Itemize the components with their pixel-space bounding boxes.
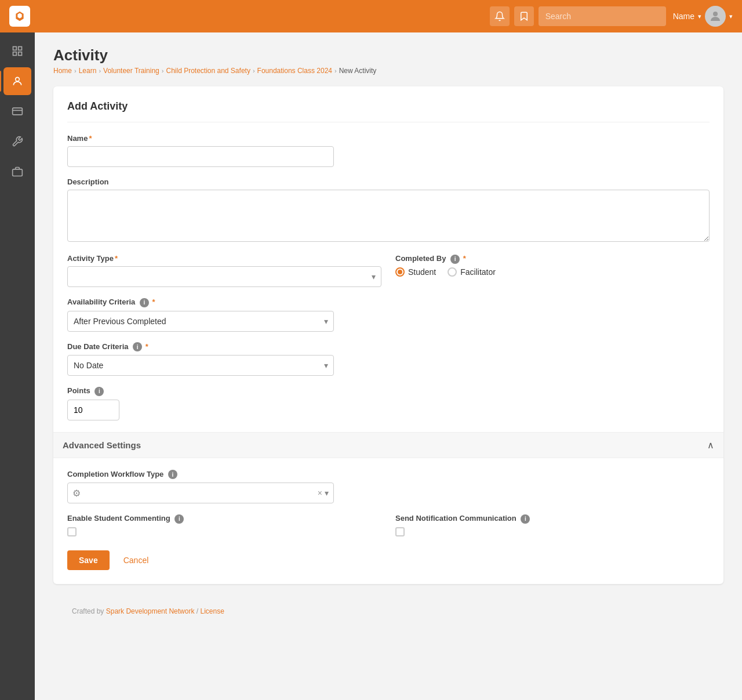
activity-type-col: Activity Type* [67, 254, 381, 298]
due-date-criteria-select[interactable]: No Date Specific Date [67, 355, 334, 376]
radio-facilitator-label: Facilitator [460, 267, 496, 277]
breadcrumb-current: New Activity [339, 67, 377, 75]
workflow-input[interactable] [84, 488, 315, 498]
spark-link[interactable]: Spark Development Network [106, 607, 195, 615]
card-title: Add Activity [67, 100, 710, 122]
send-notification-col: Send Notification Communication i [395, 514, 710, 536]
save-button[interactable]: Save [67, 550, 110, 570]
search-input[interactable] [539, 6, 666, 26]
points-group: Points i [67, 386, 710, 420]
workflow-select-wrapper[interactable]: ⚙ × ▾ [67, 483, 334, 503]
page-footer: Crafted by Spark Development Network / L… [53, 598, 723, 625]
main-content: Activity Home › Learn › Volunteer Traini… [35, 32, 742, 700]
svg-rect-1 [13, 47, 17, 50]
page-title: Activity [53, 46, 723, 64]
availability-criteria-label: Availability Criteria i * [67, 298, 710, 307]
breadcrumb-sep-2: › [99, 67, 101, 74]
sidebar-item-jobs[interactable] [3, 158, 31, 186]
enable-commenting-col: Enable Student Commenting i [67, 514, 381, 536]
svg-point-0 [713, 12, 718, 16]
dropdown-chevron-icon: ▾ [729, 13, 733, 20]
breadcrumb: Home › Learn › Volunteer Training › Chil… [53, 67, 723, 75]
name-label: Name* [67, 134, 710, 143]
due-date-info-icon[interactable]: i [133, 342, 142, 351]
advanced-settings-header[interactable]: Advanced Settings ∧ [53, 432, 723, 458]
availability-info-icon[interactable]: i [140, 298, 149, 307]
points-input[interactable] [67, 400, 119, 420]
add-activity-card: Add Activity Name* Description Activity [53, 86, 723, 584]
send-notification-label: Send Notification Communication i [395, 514, 710, 524]
breadcrumb-sep-1: › [74, 67, 77, 74]
svg-rect-3 [19, 52, 22, 56]
notification-button[interactable] [490, 6, 510, 26]
name-input[interactable] [67, 146, 334, 167]
svg-rect-6 [13, 108, 23, 115]
avatar[interactable] [705, 6, 726, 27]
svg-rect-8 [13, 169, 23, 176]
points-info-icon[interactable]: i [94, 387, 104, 396]
enable-commenting-info-icon[interactable]: i [174, 514, 184, 524]
user-chevron-icon: ▾ [698, 13, 701, 20]
breadcrumb-sep-3: › [162, 67, 164, 74]
sidebar-item-tools[interactable] [3, 128, 31, 155]
enable-commenting-checkbox[interactable] [67, 527, 77, 536]
completed-by-group: Completed By i * Student Facilitato [395, 254, 710, 277]
completion-workflow-group: Completion Workflow Type i ⚙ × ▾ [67, 470, 710, 504]
completed-by-label: Completed By i * [395, 254, 710, 264]
completion-workflow-info-icon[interactable]: i [168, 470, 177, 479]
points-label: Points i [67, 386, 710, 396]
workflow-gear-icon: ⚙ [72, 488, 81, 499]
breadcrumb-sep-5: › [334, 67, 337, 74]
form-buttons: Save Cancel [67, 550, 710, 570]
svg-rect-2 [19, 47, 22, 50]
user-name: Name [673, 12, 694, 21]
cancel-button[interactable]: Cancel [114, 550, 158, 570]
sidebar-item-dashboard[interactable] [3, 37, 31, 65]
workflow-chevron-icon[interactable]: ▾ [325, 488, 329, 498]
checkboxes-row: Enable Student Commenting i Send Notific… [67, 514, 710, 536]
enable-commenting-checkbox-wrapper [67, 527, 381, 536]
due-date-criteria-select-wrapper: No Date Specific Date [67, 355, 334, 376]
availability-criteria-select-wrapper: After Previous Completed Always [67, 311, 334, 332]
completed-by-info-icon[interactable]: i [450, 255, 460, 264]
enable-commenting-label: Enable Student Commenting i [67, 514, 381, 524]
bookmark-button[interactable] [514, 6, 534, 26]
activity-type-label: Activity Type* [67, 254, 381, 263]
breadcrumb-home[interactable]: Home [53, 67, 72, 75]
availability-criteria-group: Availability Criteria i * After Previous… [67, 298, 710, 332]
activity-type-select-wrapper [67, 266, 381, 287]
top-navigation: Name ▾ ▾ [0, 0, 742, 32]
radio-student[interactable]: Student [395, 267, 436, 277]
radio-facilitator[interactable]: Facilitator [448, 267, 496, 277]
workflow-clear-icon[interactable]: × [315, 488, 325, 498]
availability-criteria-select[interactable]: After Previous Completed Always [67, 311, 334, 332]
svg-point-5 [16, 77, 20, 81]
send-notification-checkbox-wrapper [395, 527, 710, 536]
name-group: Name* [67, 134, 710, 167]
activity-type-select[interactable] [67, 266, 381, 287]
radio-student-indicator [395, 267, 405, 277]
breadcrumb-child-protection[interactable]: Child Protection and Safety [166, 67, 250, 75]
completed-by-col: Completed By i * Student Facilitato [395, 254, 710, 298]
breadcrumb-foundations-class[interactable]: Foundations Class 2024 [257, 67, 332, 75]
send-notification-info-icon[interactable]: i [521, 514, 530, 524]
completed-by-radio-group: Student Facilitator [395, 267, 710, 277]
app-logo[interactable] [9, 6, 30, 27]
activity-type-group: Activity Type* [67, 254, 381, 287]
radio-facilitator-indicator [448, 267, 457, 277]
sidebar-item-finance[interactable] [3, 97, 31, 125]
send-notification-checkbox[interactable] [395, 527, 405, 536]
breadcrumb-learn[interactable]: Learn [79, 67, 97, 75]
advanced-settings-title: Advanced Settings [63, 440, 141, 450]
sidebar [0, 32, 35, 700]
description-textarea[interactable] [67, 190, 710, 242]
radio-student-label: Student [408, 267, 436, 277]
user-menu[interactable]: Name ▾ ▾ [673, 6, 733, 27]
license-link[interactable]: License [200, 607, 224, 615]
breadcrumb-volunteer-training[interactable]: Volunteer Training [103, 67, 159, 75]
due-date-criteria-label: Due Date Criteria i * [67, 342, 710, 352]
description-label: Description [67, 177, 710, 186]
sidebar-item-person[interactable] [3, 67, 31, 95]
description-group: Description [67, 177, 710, 244]
completion-workflow-label: Completion Workflow Type i [67, 470, 710, 480]
